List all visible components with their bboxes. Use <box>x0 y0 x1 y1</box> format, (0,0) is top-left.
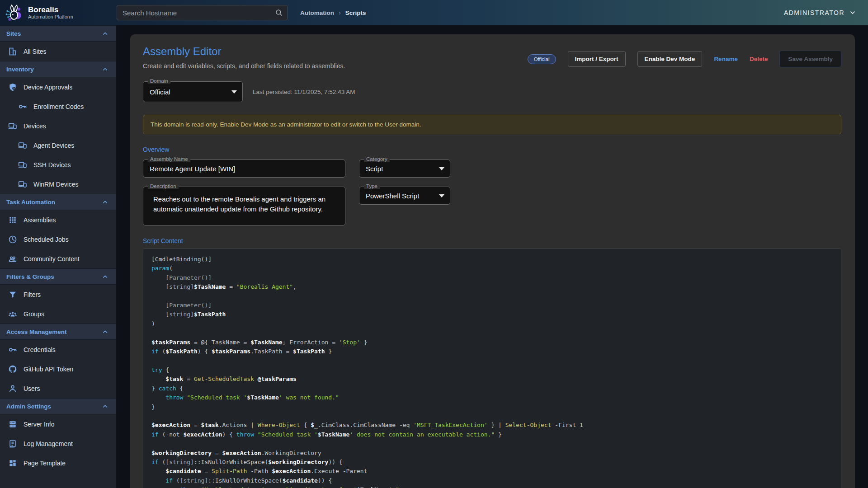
key-icon <box>8 345 17 354</box>
domain-select-label: Domain <box>148 78 170 84</box>
sidebar-item-github-api-token[interactable]: GitHub API Token <box>0 359 116 379</box>
sidebar-item-device-approvals[interactable]: Device Approvals <box>0 77 116 97</box>
breadcrumb: Automation › Scripts <box>300 9 366 16</box>
type-select[interactable]: Type PowerShell Script <box>359 187 450 205</box>
sidebar-item-agent-devices[interactable]: Agent Devices <box>0 136 116 155</box>
devices-icon <box>18 160 27 169</box>
category-select-label: Category <box>364 156 390 162</box>
assembly-name-value: Remote Agent Update [WIN] <box>150 165 235 173</box>
grid-icon <box>8 216 17 225</box>
layout-icon <box>8 459 17 468</box>
github-icon <box>8 365 17 374</box>
script-editor[interactable]: [CmdletBinding()] param( [Parameter()] [… <box>143 249 841 488</box>
chevron-down-icon <box>849 9 856 16</box>
assembly-editor-card: Assembly Editor Create and edit variable… <box>130 34 855 488</box>
script-content-section-label: Script Content <box>143 237 841 244</box>
search-input[interactable] <box>117 5 288 20</box>
server-icon <box>8 420 17 429</box>
overview-section-label: Overview <box>143 146 841 153</box>
type-select-label: Type <box>364 183 380 189</box>
sidebar-item-label: All Sites <box>24 48 47 55</box>
sidebar-item-label: SSH Devices <box>33 161 71 169</box>
rename-button[interactable]: Rename <box>714 56 738 62</box>
sidebar-item-filters[interactable]: Filters <box>0 285 116 304</box>
brand: Borealis Automation Platform <box>0 3 116 22</box>
people-icon <box>8 254 17 263</box>
user-icon <box>8 384 17 393</box>
sidebar-item-ssh-devices[interactable]: SSH Devices <box>0 155 116 174</box>
assembly-name-label: Assembly Name <box>148 156 190 162</box>
chevron-up-icon <box>102 403 108 410</box>
assembly-name-field[interactable]: Assembly Name Remote Agent Update [WIN] <box>143 160 345 178</box>
sidebar-section-filters-groups[interactable]: Filters & Groups <box>0 268 116 285</box>
sidebar-section-admin-settings[interactable]: Admin Settings <box>0 398 116 414</box>
sidebar-item-label: Server Info <box>24 421 54 428</box>
sidebar-section-access-management[interactable]: Access Management <box>0 324 116 340</box>
sidebar: SitesAll SitesInventoryDevice ApprovalsE… <box>0 25 116 488</box>
building-icon <box>8 47 17 56</box>
sidebar-section-label: Filters & Groups <box>6 273 54 280</box>
sidebar-item-winrm-devices[interactable]: WinRM Devices <box>0 174 116 194</box>
user-menu-administrator[interactable]: ADMINISTRATOR <box>784 9 856 16</box>
sidebar-item-label: WinRM Devices <box>33 181 79 188</box>
devices-icon <box>18 141 27 150</box>
last-persisted-text: Last persisted: 11/1/2025, 7:52:43 AM <box>253 89 355 95</box>
devices-icon <box>8 122 17 131</box>
sidebar-item-label: Log Management <box>24 440 73 447</box>
sidebar-section-sites[interactable]: Sites <box>0 25 116 42</box>
chevron-up-icon <box>102 328 108 335</box>
delete-button[interactable]: Delete <box>750 56 768 62</box>
sidebar-section-inventory[interactable]: Inventory <box>0 61 116 77</box>
funnel-icon <box>8 290 17 299</box>
shield-icon <box>8 83 17 92</box>
enable-dev-mode-button[interactable]: Enable Dev Mode <box>637 51 703 67</box>
read-only-warning-banner: This domain is read-only. Enable Dev Mod… <box>143 115 841 134</box>
domain-select-value: Official <box>150 88 170 96</box>
sidebar-item-log-management[interactable]: Log Management <box>0 434 116 453</box>
description-value: Reaches out to the remote Borealis agent… <box>153 194 335 214</box>
group-icon <box>8 310 17 319</box>
sidebar-item-label: Assemblies <box>24 216 56 224</box>
sidebar-item-assemblies[interactable]: Assemblies <box>0 210 116 230</box>
sidebar-item-page-template[interactable]: Page Template <box>0 453 116 473</box>
sidebar-section-label: Task Automation <box>6 199 55 206</box>
sidebar-item-groups[interactable]: Groups <box>0 304 116 324</box>
chevron-up-icon <box>102 273 108 280</box>
category-select[interactable]: Category Script <box>359 160 450 178</box>
sidebar-item-label: Credentials <box>24 346 56 353</box>
sidebar-item-label: Devices <box>24 122 46 130</box>
sidebar-item-devices[interactable]: Devices <box>0 116 116 136</box>
type-select-value: PowerShell Script <box>366 192 419 200</box>
page-title: Assembly Editor <box>143 45 345 58</box>
sidebar-item-credentials[interactable]: Credentials <box>0 340 116 359</box>
sidebar-item-scheduled-jobs[interactable]: Scheduled Jobs <box>0 230 116 249</box>
sidebar-item-users[interactable]: Users <box>0 379 116 398</box>
sidebar-item-label: Agent Devices <box>33 142 74 149</box>
script-code: [CmdletBinding()] param( [Parameter()] [… <box>151 255 833 488</box>
chevron-up-icon <box>102 199 108 206</box>
breadcrumb-scripts[interactable]: Scripts <box>345 9 366 16</box>
sidebar-item-enrollment-codes[interactable]: Enrollment Codes <box>0 97 116 116</box>
devices-icon <box>18 180 27 189</box>
page-subtitle: Create and edit variables, scripts, and … <box>143 62 345 70</box>
sidebar-item-label: GitHub API Token <box>24 366 73 373</box>
sidebar-section-task-automation[interactable]: Task Automation <box>0 194 116 210</box>
domain-select[interactable]: Domain Official <box>143 81 243 102</box>
breadcrumb-separator-icon: › <box>339 9 341 16</box>
main-content: Assembly Editor Create and edit variable… <box>116 25 868 488</box>
import-export-button[interactable]: Import / Export <box>568 51 626 67</box>
user-menu-label: ADMINISTRATOR <box>784 9 844 16</box>
breadcrumb-automation[interactable]: Automation <box>300 9 334 16</box>
save-assembly-button[interactable]: Save Assembly <box>779 51 841 67</box>
sidebar-item-label: Filters <box>24 291 41 298</box>
sidebar-item-server-info[interactable]: Server Info <box>0 414 116 434</box>
sidebar-section-label: Admin Settings <box>6 403 51 410</box>
caret-down-icon <box>439 167 444 170</box>
sidebar-section-label: Sites <box>6 30 21 37</box>
sidebar-item-label: Device Approvals <box>24 84 72 91</box>
sidebar-item-community-content[interactable]: Community Content <box>0 249 116 268</box>
description-field[interactable]: Description Reaches out to the remote Bo… <box>143 187 345 225</box>
sidebar-item-all-sites[interactable]: All Sites <box>0 42 116 61</box>
key-icon <box>18 102 27 111</box>
sidebar-section-label: Inventory <box>6 66 34 73</box>
